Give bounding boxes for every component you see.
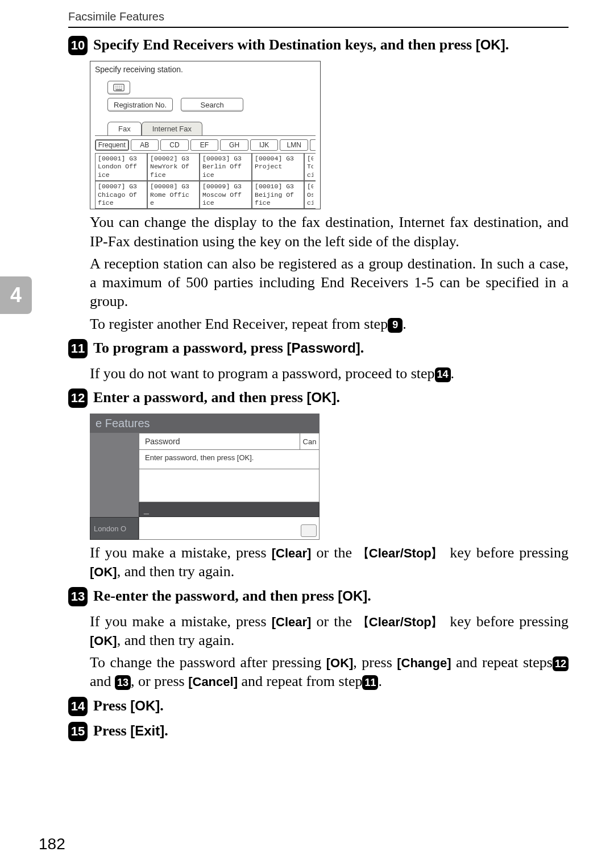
registration-no-button[interactable]: Registration No. [107, 98, 173, 111]
step-15-badge: 15 [68, 722, 88, 741]
search-button[interactable]: Search [181, 98, 243, 111]
password-key: [Password] [287, 340, 360, 356]
step-13-heading: Re-enter the password, and then press [O… [93, 588, 371, 605]
step-12-body: If you make a mistake, press [Clear] or … [90, 543, 569, 581]
ok-key: [OK] [90, 634, 117, 648]
clear-stop-hardkey: Clear/Stop [357, 546, 445, 560]
svg-point-1 [115, 86, 117, 87]
az-more[interactable] [310, 139, 316, 151]
ok-key: [OK] [90, 565, 117, 579]
list-item-london[interactable]: London O [90, 517, 139, 540]
dest-cell[interactable]: [00009] G3Moscow Office [200, 181, 252, 209]
step-10-paragraph-1: You can change the display to the fax de… [90, 213, 569, 251]
keypad-icon[interactable] [107, 81, 130, 94]
step-11-badge: 11 [68, 339, 88, 358]
dest-cell-cut[interactable]: [0Toci [304, 153, 316, 181]
step-14-heading: Press [OK]. [93, 697, 164, 714]
step-12-badge: 12 [68, 388, 88, 408]
dest-cell[interactable]: [00010] G3Beijing Office [252, 181, 304, 209]
dest-cell[interactable]: [00007] G3Chicago Office [95, 181, 147, 209]
svg-point-8 [121, 88, 122, 89]
svg-rect-9 [115, 89, 122, 90]
receiving-station-panel: Specify receiving station. Registration … [90, 61, 321, 209]
az-gh[interactable]: GH [220, 139, 248, 151]
step-10-title-pre: Specify End Receivers with Destination k… [93, 36, 476, 53]
step-10-paragraph-3: To register another End Receiver, repeat… [90, 315, 569, 333]
step-14-badge: 14 [68, 697, 88, 716]
az-frequent[interactable]: Frequent [95, 139, 129, 151]
panel-title: Specify receiving station. [90, 61, 320, 77]
step-15-heading: Press [Exit]. [93, 722, 168, 739]
cancel-key: [Cancel] [188, 675, 238, 689]
step-12-ref-badge: 12 [553, 656, 569, 671]
dest-cell-cut[interactable]: [0Osci [304, 181, 316, 209]
ok-key: [OK] [326, 656, 354, 670]
change-key: [Change] [397, 656, 451, 670]
panel-left-gap [90, 433, 139, 450]
dest-cell[interactable]: [00008] G3Rome Office [147, 181, 200, 209]
tab-fax[interactable]: Fax [107, 122, 142, 135]
tab-internet-fax[interactable]: Internet Fax [142, 122, 202, 135]
step-10-title-post: . [505, 36, 509, 53]
az-ab[interactable]: AB [131, 139, 159, 151]
ok-key: [OK] [338, 588, 367, 604]
chapter-tab: 4 [0, 276, 32, 314]
dest-cell[interactable]: [00003] G3Berlin Office [200, 153, 252, 181]
ok-key: [OK] [476, 37, 505, 52]
step-11-ref-badge: 11 [362, 675, 378, 690]
step-10-paragraph-2: A reception station can also be register… [90, 254, 569, 311]
ok-key: [OK] [306, 390, 336, 405]
az-cd[interactable]: CD [160, 139, 189, 151]
step-13-badge: 13 [68, 587, 88, 606]
svg-point-3 [119, 86, 121, 87]
clear-stop-hardkey: Clear/Stop [357, 615, 445, 629]
az-ijk[interactable]: IJK [250, 139, 279, 151]
cancel-button-fragment[interactable]: Can [300, 433, 320, 450]
password-input[interactable]: _ [139, 502, 320, 517]
password-label: Password [139, 433, 300, 450]
step-14-ref-badge: 14 [435, 367, 451, 382]
svg-point-5 [115, 88, 117, 89]
step-10-heading: Specify End Receivers with Destination k… [93, 36, 509, 53]
destination-grid: [00001] G3London Office [00002] G3NewYor… [95, 153, 320, 209]
step-11-body: If you do not want to program a password… [90, 364, 569, 383]
az-ef[interactable]: EF [190, 139, 219, 151]
svg-point-4 [121, 86, 122, 87]
dest-cell[interactable]: [00001] G3London Office [95, 153, 147, 181]
step-13-paragraph-2: To change the password after pressing [O… [90, 653, 569, 691]
running-head: Facsimile Features [68, 10, 569, 23]
password-panel: e Features Password Can Enter password, … [90, 414, 320, 540]
clear-key: [Clear] [272, 615, 312, 629]
step-10-badge: 10 [68, 36, 88, 55]
step-9-ref-badge: 9 [388, 318, 403, 333]
page-number: 182 [39, 835, 65, 853]
exit-key: [Exit] [130, 723, 164, 738]
password-area [139, 469, 320, 502]
running-head-rule [68, 27, 569, 28]
step-11-heading: To program a password, press [Password]. [93, 340, 364, 357]
ok-key: [OK] [130, 698, 160, 713]
svg-point-7 [119, 88, 121, 89]
small-button[interactable] [301, 524, 317, 537]
az-lmn[interactable]: LMN [280, 139, 308, 151]
step-12-heading: Enter a password, and then press [OK]. [93, 389, 340, 406]
svg-point-6 [118, 88, 119, 89]
step-13-ref-badge: 13 [115, 675, 131, 690]
dest-cell[interactable]: [00004] G3Project [252, 153, 304, 181]
dest-cell[interactable]: [00002] G3NewYork Office [147, 153, 200, 181]
svg-point-2 [118, 86, 119, 87]
clear-key: [Clear] [272, 546, 312, 560]
features-titlebar: e Features [90, 414, 320, 433]
step-13-paragraph-1: If you make a mistake, press [Clear] or … [90, 612, 569, 650]
password-instruction: Enter password, then press [OK]. [139, 450, 320, 469]
